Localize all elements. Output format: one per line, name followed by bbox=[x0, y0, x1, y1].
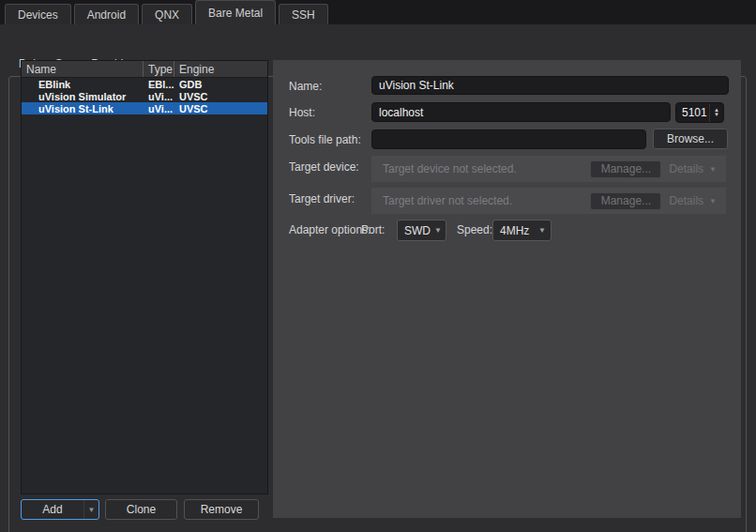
chevron-down-icon: ▼ bbox=[431, 226, 446, 235]
name-label: Name: bbox=[289, 80, 322, 93]
providers-list-header: Name Type Engine bbox=[22, 61, 267, 78]
port-spinbox[interactable]: ▲ ▼ bbox=[675, 102, 724, 123]
column-header-engine[interactable]: Engine bbox=[174, 61, 267, 77]
provider-engine: UVSC bbox=[174, 103, 267, 114]
chevron-down-icon: ▼ bbox=[709, 197, 717, 205]
device-details-dropdown: Details ▼ bbox=[669, 162, 717, 175]
provider-engine: UVSC bbox=[174, 91, 267, 102]
tools-file-path-input[interactable] bbox=[371, 129, 646, 149]
provider-name: uVision Simulator bbox=[22, 91, 144, 102]
speed-label: Speed: bbox=[457, 220, 492, 241]
tab-ssh[interactable]: SSH bbox=[279, 4, 328, 24]
tab-android[interactable]: Android bbox=[74, 4, 139, 24]
column-header-name[interactable]: Name bbox=[22, 61, 144, 77]
provider-type: uVi... bbox=[144, 91, 174, 102]
host-label: Host: bbox=[289, 106, 315, 119]
port-combobox[interactable]: SWD ▼ bbox=[397, 220, 446, 241]
add-button[interactable]: Add ▼ bbox=[21, 499, 99, 520]
provider-type: uVi... bbox=[144, 103, 174, 114]
dropdown-arrow-icon[interactable]: ▼ bbox=[83, 500, 98, 519]
add-button-label: Add bbox=[22, 503, 83, 516]
driver-details-dropdown: Details ▼ bbox=[669, 194, 717, 207]
target-driver-placeholder: Target driver not selected. bbox=[371, 194, 590, 207]
tab-bar: Devices Android QNX Bare Metal SSH bbox=[0, 0, 756, 24]
column-header-type[interactable]: Type bbox=[144, 61, 174, 77]
provider-form-panel: Name: Host: ▲ ▼ Tools file path: Browse.… bbox=[273, 60, 741, 518]
adapter-options-label: Adapter options: bbox=[289, 220, 370, 241]
provider-type: EBl... bbox=[144, 79, 174, 90]
provider-row-uvision-st-link[interactable]: uVision St-Link uVi... UVSC bbox=[22, 102, 267, 114]
target-device-label: Target device: bbox=[289, 160, 359, 174]
spin-down-icon[interactable]: ▼ bbox=[714, 113, 719, 117]
name-input[interactable] bbox=[371, 76, 729, 95]
speed-combobox[interactable]: 4MHz ▼ bbox=[492, 220, 552, 241]
provider-engine: GDB bbox=[174, 79, 267, 90]
target-driver-label: Target driver: bbox=[289, 192, 355, 205]
provider-row-uvision-simulator[interactable]: uVision Simulator uVi... UVSC bbox=[22, 90, 267, 102]
port-input[interactable] bbox=[676, 103, 709, 122]
provider-row-eblink[interactable]: EBlink EBl... GDB bbox=[22, 78, 267, 90]
bare-metal-options-page: Devices Android QNX Bare Metal SSH Debug… bbox=[0, 0, 756, 532]
manage-driver-button: Manage... bbox=[590, 192, 661, 210]
manage-device-button: Manage... bbox=[590, 160, 661, 178]
target-driver-strip: Target driver not selected. Manage... De… bbox=[371, 188, 726, 214]
details-label: Details bbox=[669, 194, 703, 207]
clone-button[interactable]: Clone bbox=[105, 499, 177, 520]
browse-button[interactable]: Browse... bbox=[653, 129, 728, 149]
spin-buttons[interactable]: ▲ ▼ bbox=[709, 103, 723, 122]
providers-list[interactable]: Name Type Engine EBlink EBl... GDB uVisi… bbox=[21, 60, 268, 494]
provider-name: EBlink bbox=[22, 79, 144, 90]
details-label: Details bbox=[669, 162, 703, 175]
tools-file-path-label: Tools file path: bbox=[289, 133, 361, 146]
port-label: Port: bbox=[361, 220, 385, 241]
provider-name: uVision St-Link bbox=[22, 103, 144, 114]
chevron-down-icon: ▼ bbox=[709, 165, 717, 174]
chevron-down-icon: ▼ bbox=[534, 226, 551, 235]
tab-bare-metal[interactable]: Bare Metal bbox=[195, 0, 276, 24]
host-input[interactable] bbox=[371, 102, 671, 122]
port-combobox-value: SWD bbox=[398, 224, 431, 237]
adapter-options-row: Adapter options: Port: SWD ▼ Speed: 4MHz… bbox=[273, 220, 741, 241]
tab-qnx[interactable]: QNX bbox=[142, 4, 192, 24]
target-device-strip: Target device not selected. Manage... De… bbox=[371, 156, 726, 182]
speed-combobox-value: 4MHz bbox=[493, 224, 534, 237]
target-device-placeholder: Target device not selected. bbox=[371, 162, 590, 175]
remove-button[interactable]: Remove bbox=[184, 499, 259, 520]
tab-devices[interactable]: Devices bbox=[5, 4, 71, 24]
